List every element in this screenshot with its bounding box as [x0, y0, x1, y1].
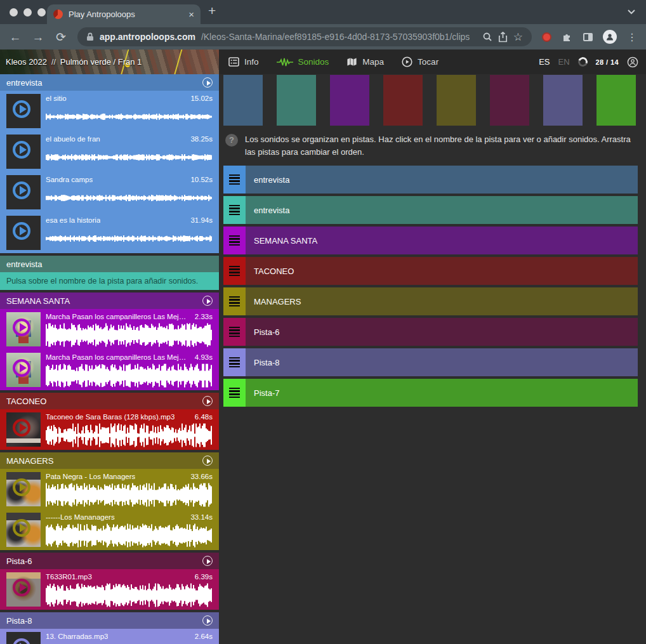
profile-avatar[interactable] [603, 30, 617, 44]
track-play-icon[interactable] [202, 296, 213, 306]
clip-waveform [46, 102, 213, 131]
clip-play-icon[interactable] [13, 141, 30, 159]
clip-play-icon[interactable] [13, 579, 30, 596]
track-header[interactable]: SEMANA SANTA [0, 292, 219, 309]
account-icon[interactable] [627, 56, 638, 68]
drag-handle[interactable] [223, 287, 246, 315]
track-row[interactable]: entrevista [223, 166, 638, 194]
drag-handle[interactable] [223, 318, 246, 346]
track-row[interactable]: MANAGERS [223, 287, 638, 315]
clip-item[interactable]: el sitio 15.02s [0, 91, 219, 131]
clip-item[interactable]: T633R01.mp3 6.39s [0, 569, 219, 610]
sidebar-track-section: Pista-8 13. Charradas.mp3 2.64s [0, 612, 219, 644]
track-row[interactable]: entrevista [223, 196, 638, 224]
browser-tab[interactable]: Play Antropoloops × [47, 4, 201, 24]
clip-thumbnail [6, 632, 41, 644]
clip-play-icon[interactable] [13, 478, 30, 496]
clip-play-icon[interactable] [13, 638, 30, 644]
tab-close-icon[interactable]: × [188, 10, 194, 19]
track-color-swatch[interactable] [223, 75, 263, 126]
search-icon[interactable] [482, 32, 492, 42]
track-row-body[interactable]: Pista-8 [246, 348, 638, 376]
tab-sonidos[interactable]: Sonidos [277, 57, 329, 67]
track-color-swatch[interactable] [543, 75, 583, 126]
bookmark-star-icon[interactable]: ☆ [513, 30, 523, 44]
track-row[interactable]: Pista-6 [223, 318, 638, 346]
clip-play-icon[interactable] [13, 100, 30, 118]
tab-search-chevron-icon[interactable] [627, 9, 636, 15]
track-header[interactable]: Pista-6 [0, 553, 219, 569]
clip-play-icon[interactable] [13, 359, 30, 377]
clip-item[interactable]: Sandra camps 10.52s [0, 172, 219, 213]
clip-play-icon[interactable] [13, 222, 30, 240]
track-row-body[interactable]: entrevista [246, 196, 638, 224]
track-color-swatch[interactable] [597, 75, 636, 126]
maximize-window-button[interactable] [37, 8, 46, 16]
clip-play-icon[interactable] [13, 319, 30, 336]
track-row-body[interactable]: Pista-6 [246, 318, 638, 346]
sidebar-track-section: MANAGERS Pata Negra - Los Managers 33.66… [0, 452, 219, 550]
track-play-icon[interactable] [202, 77, 213, 88]
clip-waveform [46, 224, 213, 253]
new-tab-button[interactable]: + [208, 4, 216, 17]
back-icon[interactable]: ← [9, 31, 22, 43]
track-row[interactable]: Pista-8 [223, 348, 638, 376]
clip-item[interactable]: Pata Negra - Los Managers 33.66s [0, 469, 219, 509]
track-color-swatch[interactable] [490, 75, 529, 126]
track-row-body[interactable]: MANAGERS [246, 287, 638, 315]
track-row-body[interactable]: SEMANA SANTA [246, 227, 638, 254]
track-header[interactable]: Pista-8 [0, 612, 219, 629]
address-bar[interactable]: app.antropoloops.com/Kleos-Santa-Marina/… [77, 27, 532, 46]
browser-menu-icon[interactable]: ⋮ [627, 31, 637, 43]
clip-item[interactable]: esa es la historia 31.94s [0, 213, 219, 253]
drag-handle[interactable] [223, 166, 246, 194]
record-extension-icon[interactable] [542, 32, 551, 42]
track-header[interactable]: TACONEO [0, 393, 219, 409]
clip-item[interactable]: Marcha Pasan los campanilleros Las Mejor… [0, 350, 219, 390]
track-header[interactable]: entrevista [0, 74, 219, 91]
track-play-icon[interactable] [202, 396, 213, 406]
track-row[interactable]: Pista-7 [223, 379, 638, 407]
drag-handle[interactable] [223, 257, 246, 285]
clip-play-icon[interactable] [13, 419, 30, 437]
drag-handle[interactable] [223, 379, 246, 407]
project-breadcrumb[interactable]: Kleos 2022 // Pulmón verde / Fran 1 [0, 49, 219, 74]
track-color-swatch[interactable] [383, 75, 423, 126]
clip-item[interactable]: Marcha Pasan los campanilleros Las Mejor… [0, 309, 219, 350]
close-window-button[interactable] [10, 8, 18, 16]
track-color-swatch[interactable] [330, 75, 369, 126]
extensions-puzzle-icon[interactable] [562, 31, 573, 43]
drag-handle[interactable] [223, 227, 246, 254]
track-row-body[interactable]: Pista-7 [246, 379, 638, 407]
drag-handle[interactable] [223, 348, 246, 376]
clip-item[interactable]: 13. Charradas.mp3 2.64s [0, 629, 219, 644]
track-play-icon[interactable] [202, 556, 213, 566]
clip-title: Marcha Pasan los campanilleros Las Mejor… [46, 353, 190, 361]
track-row[interactable]: SEMANA SANTA [223, 227, 638, 254]
tab-tocar[interactable]: Tocar [402, 56, 438, 67]
clip-item[interactable]: Taconeo de Sara Baras (128 kbps).mp3 6.4… [0, 409, 219, 450]
track-color-swatch[interactable] [437, 75, 476, 126]
share-icon[interactable] [498, 32, 508, 43]
clip-play-icon[interactable] [13, 519, 30, 537]
reload-icon[interactable]: ⟳ [55, 31, 67, 43]
side-panel-icon[interactable] [583, 33, 593, 41]
track-header[interactable]: entrevista [0, 256, 219, 272]
minimize-window-button[interactable] [23, 8, 32, 16]
track-row-body[interactable]: entrevista [246, 166, 638, 194]
tab-info[interactable]: Info [228, 57, 259, 67]
drag-handle[interactable] [223, 196, 246, 224]
track-header[interactable]: MANAGERS [0, 452, 219, 469]
track-play-icon[interactable] [202, 456, 213, 466]
forward-icon[interactable]: → [32, 31, 44, 43]
clip-play-icon[interactable] [13, 181, 30, 199]
language-es[interactable]: ES [539, 57, 550, 67]
clip-item[interactable]: ------Los Mananagers 33.14s [0, 509, 219, 550]
track-row-body[interactable]: TACONEO [246, 257, 638, 285]
tab-mapa[interactable]: Mapa [346, 57, 384, 67]
track-row[interactable]: TACONEO [223, 257, 638, 285]
clip-item[interactable]: el abuelo de fran 38.25s [0, 131, 219, 172]
track-color-swatch[interactable] [277, 75, 316, 126]
language-en[interactable]: EN [558, 57, 569, 67]
track-play-icon[interactable] [202, 615, 213, 626]
